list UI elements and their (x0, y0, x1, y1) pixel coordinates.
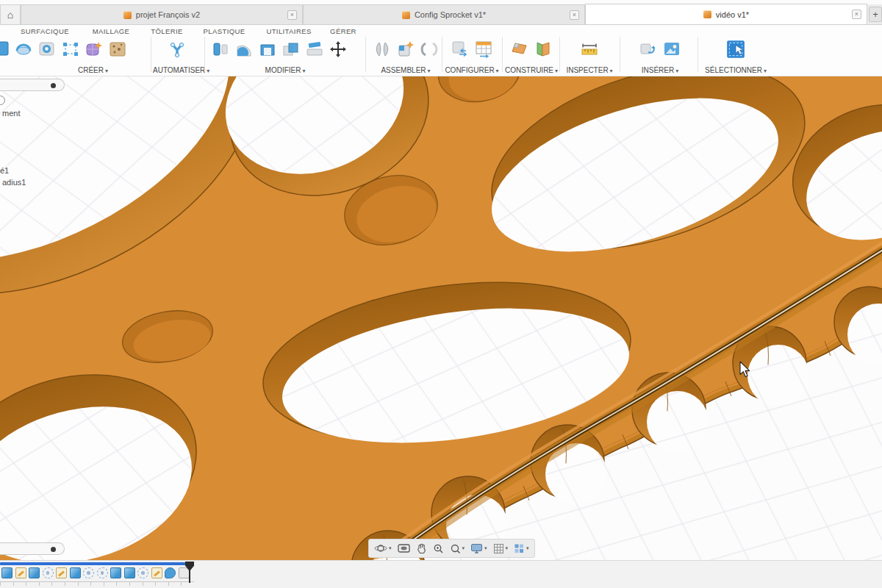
ribbon-tab-tolerie[interactable]: TÔLERIE (151, 27, 182, 35)
mesh-create-icon[interactable] (84, 37, 104, 61)
feature-sketch-icon[interactable] (15, 567, 26, 578)
construire-dropdown[interactable]: CONSTRUIRE▾ (504, 66, 559, 74)
configuration-table-icon[interactable] (473, 37, 494, 61)
mesh-texture-icon[interactable] (107, 37, 128, 61)
ribbon-tab-maillage[interactable]: MAILLAGE (93, 27, 130, 35)
creer-dropdown[interactable]: CRÉER▾ (78, 66, 143, 74)
extrude-icon[interactable] (0, 37, 10, 61)
home-icon: ⌂ (7, 9, 13, 21)
split-body-icon[interactable] (304, 37, 325, 61)
viewport-canvas[interactable]: ment é1 adius1 ▾ ▾ ▾ ▾ ▾ (0, 76, 882, 560)
ribbon-panel-assembler: ASSEMBLER▾ (368, 36, 444, 76)
combine-icon[interactable] (281, 37, 301, 61)
timeline-features (1, 567, 190, 578)
document-tab-projet[interactable]: projet François v2 × (21, 4, 303, 24)
browser-item-fragment[interactable]: adius1 (2, 178, 26, 187)
feature-pattern-icon[interactable] (97, 567, 108, 578)
ribbon-toolbar: SURFACIQUE MAILLAGE TÔLERIE PLASTIQUE UT… (0, 25, 882, 76)
configure-icon[interactable] (450, 37, 470, 61)
orbit-icon[interactable]: ▾ (374, 542, 392, 554)
panel-separator (559, 37, 560, 72)
hole-icon[interactable] (37, 37, 57, 61)
chevron-down-icon: ▾ (496, 68, 499, 74)
midplane-icon[interactable] (533, 37, 553, 61)
feature-sketch-icon[interactable] (56, 567, 67, 578)
move-icon[interactable] (328, 37, 348, 61)
ribbon-panel-construire: CONSTRUIRE▾ (504, 36, 559, 76)
browser-collapse-bar-bottom[interactable] (0, 542, 65, 555)
press-pull-icon[interactable] (210, 37, 231, 61)
joint-icon[interactable] (372, 37, 392, 61)
grid-icon[interactable]: ▾ (493, 543, 509, 554)
feature-extrude-icon[interactable] (1, 567, 12, 578)
new-tab-button[interactable]: + (869, 7, 882, 22)
browser-item-fragment[interactable]: ment (2, 109, 20, 118)
zoom-icon[interactable] (433, 543, 444, 554)
new-component-icon[interactable] (395, 37, 416, 61)
panel-separator (620, 37, 620, 72)
feature-extrude-icon[interactable] (29, 567, 40, 578)
pan-icon[interactable] (416, 543, 427, 554)
construction-plane-icon[interactable] (509, 37, 530, 61)
feature-form-icon[interactable] (165, 567, 176, 578)
document-tab-label: projet François v2 (136, 10, 200, 19)
panel-separator (151, 37, 151, 72)
document-tab-config-sprocket[interactable]: Config Sprocket v1* × (303, 4, 585, 24)
home-button[interactable]: ⌂ (0, 4, 21, 24)
chevron-down-icon: ▾ (610, 68, 613, 74)
ribbon-panel-inserer: INSÉRER▾ (622, 36, 698, 76)
feature-document-icon[interactable] (179, 567, 190, 578)
collapse-dot-icon (51, 547, 56, 552)
chevron-down-icon: ▾ (764, 68, 767, 74)
ribbon-panel-inspecter: INSPECTER▾ (562, 36, 617, 76)
feature-sketch-icon[interactable] (151, 567, 162, 578)
feature-pattern-icon[interactable] (43, 567, 54, 578)
inserer-dropdown[interactable]: INSÉRER▾ (622, 66, 698, 74)
canvas-image-icon[interactable] (662, 37, 682, 61)
fillet-icon[interactable] (234, 37, 254, 61)
browser-collapse-bar-top[interactable] (0, 79, 65, 91)
feature-pattern-icon[interactable] (83, 567, 94, 578)
measure-icon[interactable] (579, 37, 600, 61)
fusion-window: ⌂ projet François v2 × Config Sprocket v… (0, 0, 882, 588)
close-icon[interactable]: × (852, 10, 861, 19)
feature-extrude-icon[interactable] (110, 567, 121, 578)
document-tab-label: Config Sprocket v1* (415, 10, 486, 19)
revolve-icon[interactable] (13, 37, 34, 61)
automatiser-dropdown[interactable]: AUTOMATISER▾ (153, 66, 201, 74)
joint-origin-icon[interactable] (419, 37, 440, 61)
configurer-dropdown[interactable]: CONFIGURER▾ (442, 66, 501, 74)
viewports-icon[interactable]: ▾ (514, 543, 529, 554)
model-scene (0, 76, 882, 560)
chevron-down-icon: ▾ (675, 68, 678, 74)
browser-item-fragment[interactable]: é1 (0, 166, 9, 175)
selectionner-dropdown[interactable]: SÉLECTIONNER▾ (700, 66, 772, 74)
derive-icon[interactable] (638, 37, 659, 61)
close-icon[interactable]: × (287, 10, 297, 20)
inspecter-dropdown[interactable]: INSPECTER▾ (562, 66, 617, 74)
timeline-ruler[interactable] (0, 581, 194, 586)
ribbon-panel-automatiser: AUTOMATISER▾ (153, 36, 201, 76)
feature-pattern-icon[interactable] (137, 567, 148, 578)
collapse-dot-icon (51, 83, 56, 88)
ribbon-tab-plastique[interactable]: PLASTIQUE (204, 27, 245, 35)
display-settings-icon[interactable]: ▾ (470, 543, 487, 554)
document-tab-label: vidéo v1* (716, 10, 749, 19)
ribbon-tab-surfacique[interactable]: SURFACIQUE (21, 27, 69, 35)
close-icon[interactable]: × (570, 10, 579, 20)
feature-extrude-icon[interactable] (124, 567, 135, 578)
automate-flange-icon[interactable] (167, 37, 187, 61)
timeline-bar (0, 560, 882, 588)
look-at-icon[interactable] (398, 543, 410, 553)
select-icon[interactable] (725, 37, 746, 61)
fit-icon[interactable]: ▾ (450, 543, 465, 554)
shell-icon[interactable] (257, 37, 278, 61)
feature-extrude-icon[interactable] (70, 567, 81, 578)
pattern-handles-icon[interactable] (60, 37, 81, 61)
panel-separator (204, 37, 205, 72)
ribbon-tab-gerer[interactable]: GÉRER (330, 27, 356, 35)
ribbon-tab-utilitaires[interactable]: UTILITAIRES (266, 27, 311, 35)
assembler-dropdown[interactable]: ASSEMBLER▾ (368, 66, 444, 74)
modifier-dropdown[interactable]: MODIFIER▾ (207, 66, 363, 74)
document-tab-video[interactable]: vidéo v1* × (585, 4, 867, 24)
